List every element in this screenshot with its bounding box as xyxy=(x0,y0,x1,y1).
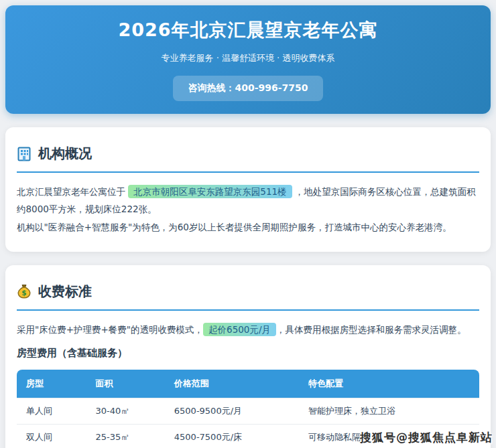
page-title: 2026年北京汇晨望京老年公寓 xyxy=(118,18,377,42)
page-subtitle: 专业养老服务 · 温馨舒适环境 · 透明收费体系 xyxy=(162,52,335,64)
pricing-text-before: 采用"床位费+护理费+餐费"的透明收费模式， xyxy=(17,324,203,335)
cell-area: 30-40㎡ xyxy=(86,398,165,425)
svg-text:$: $ xyxy=(21,289,26,297)
cell-features: 智能护理床，独立卫浴 xyxy=(299,398,479,425)
table-header-row: 房型 面积 价格范围 特色配置 xyxy=(17,370,479,398)
pricing-card: $ 收费标准 采用"床位费+护理费+餐费"的透明收费模式，起价6500元/月，具… xyxy=(5,265,491,448)
sohu-watermark: 搜狐号@搜狐焦点阜新站 xyxy=(360,430,493,445)
pricing-text-after: ，具体费用根据房型选择和服务需求灵活调整。 xyxy=(276,324,467,335)
price-highlight: 起价6500元/月 xyxy=(203,323,276,336)
money-bag-icon: $ xyxy=(17,284,32,299)
overview-section-title: 机构概况 xyxy=(17,145,479,173)
pricing-paragraph: 采用"床位费+护理费+餐费"的透明收费模式，起价6500元/月，具体费用根据房型… xyxy=(17,321,479,338)
pricing-section-title: $ 收费标准 xyxy=(17,283,479,311)
building-icon xyxy=(17,147,32,161)
cell-price-range: 6500-9500元/月 xyxy=(165,398,299,425)
overview-text-before: 北京汇晨望京老年公寓位于 xyxy=(17,186,128,197)
overview-paragraph: 北京汇晨望京老年公寓位于 北京市朝阳区阜安东路望京东园511楼 ，地处望京国际商… xyxy=(17,183,479,236)
header-price-range: 价格范围 xyxy=(165,370,299,398)
room-fee-subheading: 房型费用（含基础服务） xyxy=(17,347,479,360)
header-room-type: 房型 xyxy=(17,370,86,398)
cell-room-type: 双人间 xyxy=(17,425,86,448)
overview-text-line2: 机构以"医养融合+智慧服务"为特色，为60岁以上长者提供全周期照护服务，打造城市… xyxy=(17,222,451,232)
overview-title-label: 机构概况 xyxy=(38,145,92,163)
header-banner: 2026年北京汇晨望京老年公寓 专业养老服务 · 温馨舒适环境 · 透明收费体系… xyxy=(5,5,491,114)
header-area: 面积 xyxy=(86,370,165,398)
table-row: 单人间 30-40㎡ 6500-9500元/月 智能护理床，独立卫浴 xyxy=(17,398,479,425)
header-features: 特色配置 xyxy=(299,370,479,398)
overview-card: 机构概况 北京汇晨望京老年公寓位于 北京市朝阳区阜安东路望京东园511楼 ，地处… xyxy=(5,127,491,252)
cell-price-range: 4500-7500元/床 xyxy=(165,425,299,448)
pricing-title-label: 收费标准 xyxy=(38,283,92,301)
hotline-button[interactable]: 咨询热线：400-996-7750 xyxy=(173,76,322,101)
cell-room-type: 单人间 xyxy=(17,398,86,425)
cell-area: 25-35㎡ xyxy=(86,425,165,448)
address-highlight: 北京市朝阳区阜安东路望京东园511楼 xyxy=(128,185,292,198)
